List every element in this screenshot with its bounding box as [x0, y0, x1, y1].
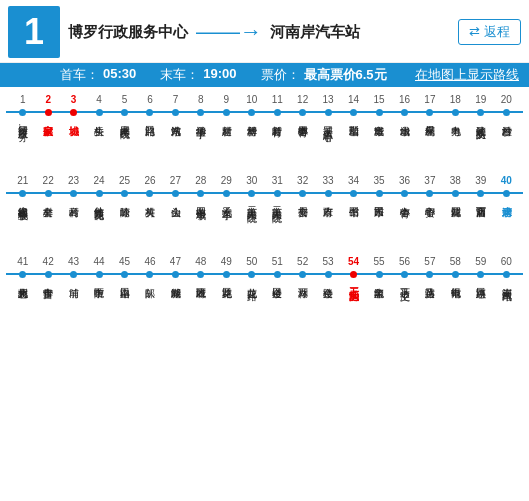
- stop-dot-13: [315, 106, 340, 118]
- stop-name-60[interactable]: 河南岸 汽车站: [494, 280, 519, 334]
- stop-name-55[interactable]: 名流印象: [366, 280, 391, 334]
- stop-name-4[interactable]: 生头桥: [86, 118, 111, 172]
- stop-name-41[interactable]: 惠州大桥北: [10, 280, 35, 334]
- stop-dot-23: [61, 187, 86, 199]
- stop-name-24[interactable]: 奥纬仕 克花园: [86, 199, 111, 253]
- stop-dot-25: [112, 187, 137, 199]
- stop-name-22[interactable]: 丰文公村: [35, 199, 60, 253]
- stop-name-39[interactable]: 富万丽酒店: [468, 199, 493, 253]
- stop-number-20: 20: [494, 93, 519, 106]
- stop-name-50[interactable]: 龙花 路口: [239, 280, 264, 334]
- map-link[interactable]: 在地图上显示路线: [415, 66, 519, 84]
- stop-name-25[interactable]: 陈塘岭: [112, 199, 137, 253]
- stop-dot-20: [494, 106, 519, 118]
- stop-name-37[interactable]: 华贸中心: [417, 199, 442, 253]
- stop-name-15[interactable]: 城市华庭: [366, 118, 391, 172]
- stop-number-11: 11: [265, 93, 290, 106]
- stop-dot-36: [392, 187, 417, 199]
- stop-name-23[interactable]: 高岭村: [61, 199, 86, 253]
- stop-group-1: 1234567891011121314151617181920博罗行 政服 务.…: [6, 93, 523, 172]
- stop-name-30[interactable]: 市第二 人民 医院: [239, 199, 264, 253]
- stop-name-3[interactable]: 协城: [61, 118, 86, 172]
- stop-number-16: 16: [392, 93, 417, 106]
- stop-name-49[interactable]: 龙花路口: [214, 280, 239, 334]
- stop-name-16[interactable]: 华山水城: [392, 118, 417, 172]
- stop-name-6[interactable]: 北门路口: [137, 118, 162, 172]
- stop-number-57: 57: [417, 255, 442, 268]
- stop-dot-44: [86, 268, 111, 280]
- stop-dot-47: [163, 268, 188, 280]
- stop-name-17[interactable]: 保利星座: [417, 118, 442, 172]
- stop-name-54[interactable]: 七三二 地房队: [341, 280, 366, 334]
- stop-name-36[interactable]: 体育中心: [392, 199, 417, 253]
- stop-dot-29: [214, 187, 239, 199]
- stop-group-2: 2122232425262728293031323334353637383940…: [6, 174, 523, 253]
- stop-name-35[interactable]: 市民乐园: [366, 199, 391, 253]
- stop-name-44[interactable]: 市中医院: [86, 280, 111, 334]
- stop-name-27[interactable]: 金山头: [163, 199, 188, 253]
- stop-name-21[interactable]: 求农初级 职业学校: [10, 199, 35, 253]
- stop-number-22: 22: [35, 174, 60, 187]
- return-button[interactable]: ⇄ 返程: [458, 19, 521, 45]
- stop-name-20[interactable]: 白沙堆村: [494, 118, 519, 172]
- stop-name-7[interactable]: 博汽东站: [163, 118, 188, 172]
- stop-name-2[interactable]: 侯家庭: [35, 118, 60, 172]
- stop-name-1[interactable]: 博罗行 政服 务...: [10, 118, 35, 172]
- stop-name-46[interactable]: 邮队: [137, 280, 162, 334]
- stop-name-9[interactable]: 建新村: [214, 118, 239, 172]
- stop-name-32[interactable]: 市公安局: [290, 199, 315, 253]
- header: 1 博罗行政服务中心 ——→ 河南岸汽车站 ⇄ 返程: [0, 0, 529, 63]
- stop-name-8[interactable]: 博华学 中学: [188, 118, 213, 172]
- stop-name-31[interactable]: 市第二 人民 医院: [265, 199, 290, 253]
- stop-name-34[interactable]: 图书馆: [341, 199, 366, 253]
- route-title: 博罗行政服务中心 ——→ 河南岸汽车站: [68, 19, 458, 45]
- stop-name-57[interactable]: 滨达马路: [417, 280, 442, 334]
- stop-name-12[interactable]: 博罗体育中心: [290, 118, 315, 172]
- stop-name-19[interactable]: 武警边 防支队: [468, 118, 493, 172]
- stop-name-14[interactable]: 瑞和山墅: [341, 118, 366, 172]
- stop-name-18[interactable]: 粤电力: [443, 118, 468, 172]
- stop-name-58[interactable]: 南电银行: [443, 280, 468, 334]
- stop-name-38[interactable]: 江鲜花园: [443, 199, 468, 253]
- stop-name-48[interactable]: 城区政府: [188, 280, 213, 334]
- price-value: 最高票价6.5元: [304, 66, 387, 84]
- stop-dot-49: [214, 268, 239, 280]
- stop-name-52[interactable]: 万林湖: [290, 280, 315, 334]
- stop-number-37: 37: [417, 174, 442, 187]
- stop-number-52: 52: [290, 255, 315, 268]
- stop-number-55: 55: [366, 255, 391, 268]
- stop-name-26[interactable]: 英头村: [137, 199, 162, 253]
- stop-number-59: 59: [468, 255, 493, 268]
- stop-name-45[interactable]: 丰山路口: [112, 280, 137, 334]
- stop-number-36: 36: [392, 174, 417, 187]
- stop-name-33[interactable]: 市政府: [315, 199, 340, 253]
- stop-name-43[interactable]: 埔前: [61, 280, 86, 334]
- stop-number-33: 33: [315, 174, 340, 187]
- stop-name-29[interactable]: 女子汽 车学: [214, 199, 239, 253]
- stop-number-29: 29: [214, 174, 239, 187]
- stop-dot-60: [494, 268, 519, 280]
- stop-dot-19: [468, 106, 493, 118]
- stop-number-13: 13: [315, 93, 340, 106]
- stop-name-53[interactable]: 金楼路: [315, 280, 340, 334]
- stop-dot-9: [214, 106, 239, 118]
- stop-name-28[interactable]: 黄冈中 华学城: [188, 199, 213, 253]
- stop-name-5[interactable]: 博罗人 民医院: [112, 118, 137, 172]
- stop-name-11[interactable]: 育新岭村: [265, 118, 290, 172]
- stops-container: 1234567891011121314151617181920博罗行 政服 务.…: [0, 87, 529, 340]
- stop-name-40[interactable]: 碧水湾: [494, 199, 519, 253]
- price-label: 票价：: [261, 66, 300, 84]
- stop-dot-39: [468, 187, 493, 199]
- stop-number-54: 54: [341, 255, 366, 268]
- stop-name-13[interactable]: 博罗 体育 中心: [315, 118, 340, 172]
- stop-name-51[interactable]: 金楼道口: [265, 280, 290, 334]
- stop-name-42[interactable]: 市青少年宫: [35, 280, 60, 334]
- stop-number-49: 49: [214, 255, 239, 268]
- stop-dot-37: [417, 187, 442, 199]
- stop-name-59[interactable]: 惠淡路口: [468, 280, 493, 334]
- stop-number-45: 45: [112, 255, 137, 268]
- stop-name-10[interactable]: 博华新村: [239, 118, 264, 172]
- stop-name-47[interactable]: 湖畔新城: [163, 280, 188, 334]
- stop-name-56[interactable]: 下马达 交汇: [392, 280, 417, 334]
- stop-number-1: 1: [10, 93, 35, 106]
